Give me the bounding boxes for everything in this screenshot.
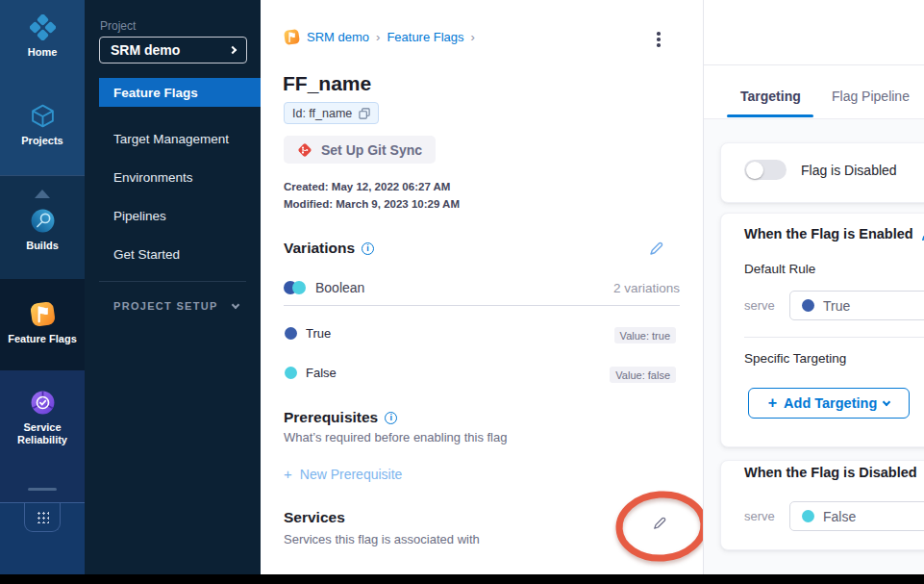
setup-git-sync-label: Set Up Git Sync [321,142,422,158]
nav-service-reliability-label: Service Reliability [9,421,76,446]
builds-icon [30,208,56,234]
collapse-up-icon[interactable] [35,190,50,198]
flag-title: FF_name [283,72,371,95]
project-selector[interactable]: SRM demo [99,37,247,63]
variation-name: True [306,326,331,341]
nav-builds-label: Builds [26,240,59,252]
serve-true-dropdown[interactable]: True [789,291,924,320]
variation-type-row: Boolean [284,280,364,295]
nav-builds[interactable]: Builds [0,208,85,252]
rail-section-home: Home Projects [0,0,85,175]
sidebar-item-label: Get Started [113,247,180,262]
prerequisites-header: Prerequisites i [284,409,397,426]
copy-icon[interactable] [359,108,370,119]
edit-enabled-rules-pencil-icon[interactable] [920,228,924,242]
false-dot-icon [285,367,297,379]
sidebar-divider [99,281,246,282]
variations-heading: Variations [284,240,355,257]
disabled-card-heading: When the Flag is Disabled [744,465,917,480]
sidebar-item-label: Environments [113,170,193,185]
breadcrumb: SRM demo › Feature Flags › [284,29,475,45]
enabled-card-divider [744,337,924,338]
new-prerequisite-button[interactable]: + New Prerequisite [284,466,402,482]
project-label: Project [100,19,136,33]
left-nav-rail: Home Projects [0,0,85,574]
active-tab-underline [727,114,813,117]
default-rule-label: Default Rule [744,262,815,276]
feature-flags-icon [30,301,56,327]
sidebar-item-get-started[interactable]: Get Started [85,240,261,268]
module-grid-button[interactable] [24,502,61,532]
info-icon[interactable]: i [362,242,374,255]
flag-state-label: Flag is Disabled [801,163,897,178]
serve-label: serve [744,509,775,523]
project-setup-toggle[interactable]: PROJECT SETUP [113,300,238,312]
sidebar-item-environments[interactable]: Environments [85,163,261,191]
serve-label: serve [744,298,775,313]
flag-detail-main: SRM demo › Feature Flags › FF_name Id: f… [261,0,703,574]
nav-service-reliability[interactable]: Service Reliability [0,390,85,446]
info-icon[interactable]: i [385,412,397,424]
tab-flag-pipeline[interactable]: Flag Pipeline [832,89,910,104]
flag-id-text: Id: ff_name [292,107,352,120]
rail-section-feature-flags: Feature Flags [0,279,85,370]
nav-feature-flags[interactable]: Feature Flags [0,301,85,345]
add-targeting-button[interactable]: + Add Targeting [748,388,910,419]
nav-home-label: Home [28,46,58,59]
new-prerequisite-label: New Prerequisite [300,467,403,482]
nav-home[interactable]: Home [0,14,85,59]
true-dot-icon [802,299,814,312]
serve-dropdown-value: True [823,298,850,314]
service-reliability-icon [30,390,56,416]
plus-icon: + [768,394,777,412]
sidebar-item-feature-flags[interactable]: Feature Flags [99,78,261,107]
tab-targeting[interactable]: Targeting [740,89,801,104]
app-window: Home Projects [0,0,924,584]
nav-feature-flags-label: Feature Flags [8,333,77,345]
chevron-right-icon [229,46,237,54]
breadcrumb-section-link[interactable]: Feature Flags [387,30,463,44]
plus-icon: + [284,466,292,482]
rail-section-service-reliability: Service Reliability [0,370,85,502]
sidebar-item-pipelines[interactable]: Pipelines [85,201,261,230]
sidebar-item-label: Pipelines [113,209,166,223]
variation-name: False [306,366,337,380]
feature-flags-logo-icon [284,29,300,45]
variation-value-badge: Value: true [614,327,676,343]
flag-id-badge: Id: ff_name [284,102,379,124]
modified-timestamp: Modified: March 9, 2023 10:29 AM [284,198,460,210]
panel-header-divider [704,64,924,65]
boolean-icon-right [292,281,306,294]
sidebar-item-label: Target Management [113,132,229,146]
variation-row-true: True [285,326,331,341]
setup-git-sync-button[interactable]: Set Up Git Sync [284,136,436,164]
nav-projects[interactable]: Projects [0,103,85,147]
chevron-down-icon [883,397,890,405]
enabled-card-heading: When the Flag is Enabled [744,226,913,241]
variation-count: 2 variations [613,281,680,295]
breadcrumb-separator: › [376,30,380,44]
prerequisites-heading: Prerequisites [284,409,378,426]
variation-value-badge: Value: false [610,367,676,383]
chevron-down-icon [232,300,239,308]
variations-header: Variations i [284,240,374,257]
prerequisites-description: What’s required before enabling this fla… [284,430,507,444]
variations-divider [284,305,680,306]
edit-services-pencil-icon[interactable] [652,516,667,531]
breadcrumb-project-link[interactable]: SRM demo [307,30,369,44]
git-icon [297,142,312,158]
serve-false-dropdown[interactable]: False [789,501,924,531]
add-targeting-label: Add Targeting [784,395,877,411]
services-heading: Services [284,509,345,526]
rail-section-builds: Builds [0,175,85,279]
flag-enabled-toggle[interactable] [744,160,787,180]
serve-dropdown-value: False [823,509,856,524]
flag-options-menu-button[interactable] [652,29,665,50]
projects-icon [30,103,56,129]
rail-resize-handle[interactable] [28,488,57,491]
false-dot-icon [802,510,814,522]
sidebar-item-target-management[interactable]: Target Management [85,124,261,153]
edit-variations-pencil-icon[interactable] [648,241,664,257]
project-setup-label: PROJECT SETUP [113,300,218,312]
nav-projects-label: Projects [21,135,62,147]
